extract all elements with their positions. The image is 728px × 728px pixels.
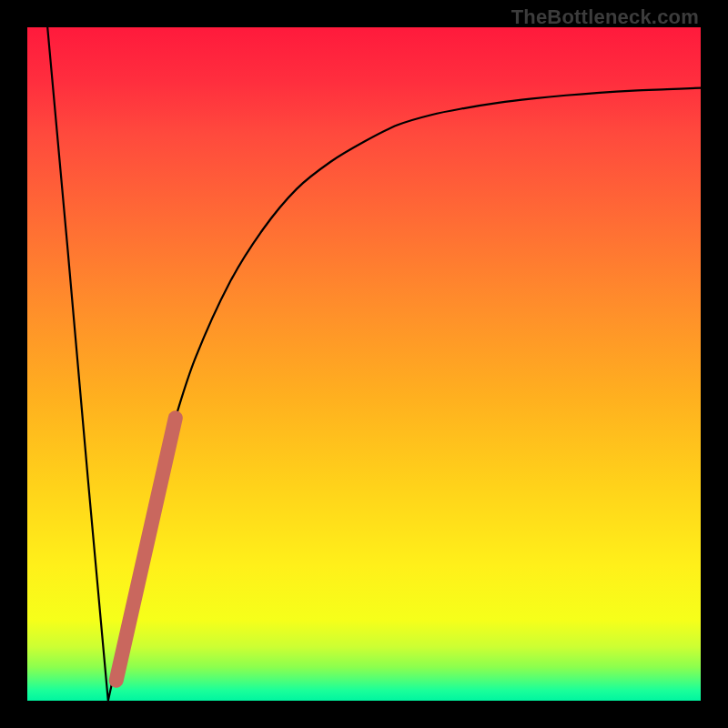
watermark-text: TheBottleneck.com bbox=[511, 5, 699, 29]
bottleneck-curve bbox=[47, 27, 701, 701]
curve-layer bbox=[27, 27, 701, 701]
chart-frame: TheBottleneck.com bbox=[0, 0, 728, 728]
highlight-segment bbox=[116, 418, 176, 681]
plot-area bbox=[27, 27, 701, 701]
